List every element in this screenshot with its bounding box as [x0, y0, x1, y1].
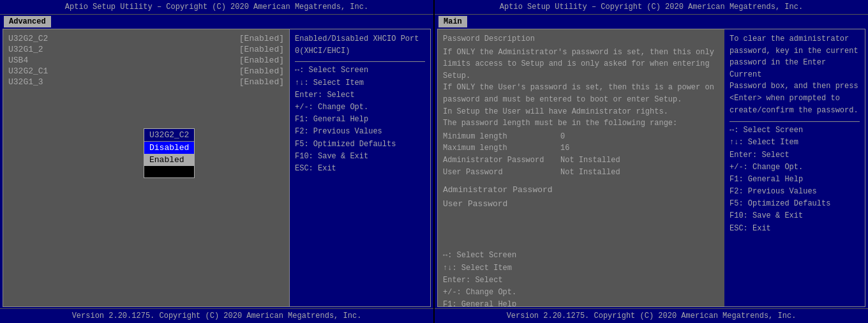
shortcut-f2-rp: F2: Previous Values [730, 186, 860, 198]
help-panel: To clear the administrator password, key… [724, 29, 865, 306]
left-shortcuts: Enabled/Disabled XHCIO Port0(XHCI/EHCI) … [295, 33, 425, 175]
right-tab-bar: Main [435, 15, 868, 27]
shortcut-select-item: ↑↓: Select Item [295, 77, 425, 89]
setting-value-u32g2c1: [Enabled] [239, 66, 284, 76]
dropdown-option-disabled[interactable]: Disabled [144, 142, 194, 154]
setting-label-u32g2c2: U32G2_C2 [8, 34, 48, 43]
max-length-label: Maximum length [443, 142, 558, 154]
dropdown-title: U32G2_C2 [144, 129, 194, 142]
min-length-value: 0 [560, 131, 565, 143]
password-links: Administrator Password User Password [443, 178, 719, 211]
dropdown-option-enabled[interactable]: Enabled [144, 154, 194, 166]
password-desc-line1: If ONLY the Administrator's password is … [443, 47, 719, 59]
right-footer: Version 2.20.1275. Copyright (C) 2020 Am… [435, 308, 868, 323]
setting-label-u32g2c1: U32G2_C1 [8, 66, 48, 76]
password-desc-line5: password and must be entered to boot or … [443, 94, 719, 106]
shortcut-select-item-r: ↑↓: Select Item [443, 262, 719, 274]
right-content-area: Password Description If ONLY the Adminis… [437, 29, 865, 307]
shortcut-f10: F10: Save & Exit [295, 151, 425, 163]
shortcut-f10-rp: F10: Save & Exit [730, 210, 860, 222]
shortcut-f1: F1: General Help [295, 114, 425, 126]
password-desc-line4: If ONLY the User's password is set, then… [443, 82, 719, 94]
tab-advanced[interactable]: Advanced [4, 16, 51, 27]
right-desc: Enabled/Disabled XHCIO Port0(XHCI/EHCI) [295, 33, 425, 57]
setting-label-usb4: USB4 [8, 56, 28, 65]
setting-value-u32g1-2: [Enabled] [239, 45, 284, 54]
setting-row[interactable]: USB4 [Enabled] [8, 55, 284, 66]
shortcut-f1-rp: F1: General Help [730, 174, 860, 186]
right-shortcuts: ↔: Select Screen ↑↓: Select Item Enter: … [730, 124, 860, 235]
admin-password-link[interactable]: Administrator Password [443, 183, 719, 197]
dropdown-popup: U32G2_C2 Disabled Enabled [144, 128, 195, 178]
tab-main[interactable]: Main [438, 16, 467, 27]
shortcut-enter-rp: Enter: Select [730, 149, 860, 162]
right-shortcuts-bottom: ↔: Select Screen ↑↓: Select Item Enter: … [443, 250, 719, 307]
password-desc-line6: In Setup the User will have Administrato… [443, 106, 719, 118]
setting-value-u32g2c2: [Enabled] [239, 34, 284, 43]
user-password-link[interactable]: User Password [443, 197, 719, 211]
left-tab-bar: Advanced [0, 15, 433, 27]
shortcut-f1-r: F1: General Help [443, 299, 719, 307]
setting-label-u32g1-3: U32G1_3 [8, 77, 43, 87]
shortcut-select-screen: ↔: Select Screen [295, 64, 425, 77]
setting-row[interactable]: U32G1_2 [Enabled] [8, 44, 284, 55]
user-pw-value: Not Installed [560, 167, 620, 179]
right-header: Aptio Setup Utility – Copyright (C) 2020… [435, 0, 868, 15]
left-header: Aptio Setup Utility – Copyright (C) 2020… [0, 0, 433, 15]
user-pw-row: User Password Not Installed [443, 167, 719, 179]
shortcut-change-opt: +/-: Change Opt. [295, 101, 425, 114]
setting-value-u32g1-3: [Enabled] [239, 77, 284, 87]
user-pw-label: User Password [443, 167, 558, 179]
shortcut-select-item-rp: ↑↓: Select Item [730, 137, 860, 149]
max-length-value: 16 [560, 142, 569, 154]
shortcut-f2: F2: Previous Values [295, 126, 425, 138]
setting-value-usb4: [Enabled] [239, 56, 284, 65]
password-info-panel: Password Description If ONLY the Adminis… [438, 29, 724, 306]
min-length-row: Minimum length 0 [443, 131, 719, 143]
shortcut-change-opt-r: +/-: Change Opt. [443, 287, 719, 299]
setting-label-u32g1-2: U32G1_2 [8, 45, 43, 54]
right-screen: Aptio Setup Utility – Copyright (C) 2020… [435, 0, 868, 323]
setting-row[interactable]: U32G1_3 [Enabled] [8, 77, 284, 87]
left-screen: Aptio Setup Utility – Copyright (C) 2020… [0, 0, 433, 323]
password-desc-line7: The password length must be in the follo… [443, 117, 719, 130]
left-settings-panel: U32G2_C2 [Enabled] U32G1_2 [Enabled] USB… [3, 29, 290, 306]
shortcut-esc: ESC: Exit [295, 163, 425, 175]
password-desc-line3: Setup. [443, 70, 719, 82]
password-desc-line2: limits access to Setup and is only asked… [443, 58, 719, 70]
shortcut-enter-r: Enter: Select [443, 274, 719, 287]
shortcut-select-screen-r: ↔: Select Screen [443, 250, 719, 262]
admin-pw-label: Administrator Password [443, 154, 558, 167]
password-description-title: Password Description [443, 33, 719, 45]
shortcut-f5-rp: F5: Optimized Defaults [730, 198, 860, 210]
setting-row[interactable]: U32G2_C2 [Enabled] [8, 33, 284, 44]
left-right-panel: Enabled/Disabled XHCIO Port0(XHCI/EHCI) … [290, 29, 430, 306]
shortcut-enter: Enter: Select [295, 89, 425, 101]
max-length-row: Maximum length 16 [443, 142, 719, 154]
admin-pw-row: Administrator Password Not Installed [443, 154, 719, 167]
min-length-label: Minimum length [443, 131, 558, 143]
help-text: To clear the administrator password, key… [730, 33, 860, 116]
shortcut-select-screen-rp: ↔: Select Screen [730, 124, 860, 137]
shortcut-f5: F5: Optimized Defaults [295, 139, 425, 151]
shortcut-esc-rp: ESC: Exit [730, 223, 860, 235]
admin-pw-value: Not Installed [560, 154, 620, 167]
setting-row[interactable]: U32G2_C1 [Enabled] [8, 66, 284, 77]
left-footer: Version 2.20.1275. Copyright (C) 2020 Am… [0, 308, 433, 323]
shortcut-change-opt-rp: +/-: Change Opt. [730, 162, 860, 174]
left-content-area: U32G2_C2 [Enabled] U32G1_2 [Enabled] USB… [3, 29, 431, 307]
